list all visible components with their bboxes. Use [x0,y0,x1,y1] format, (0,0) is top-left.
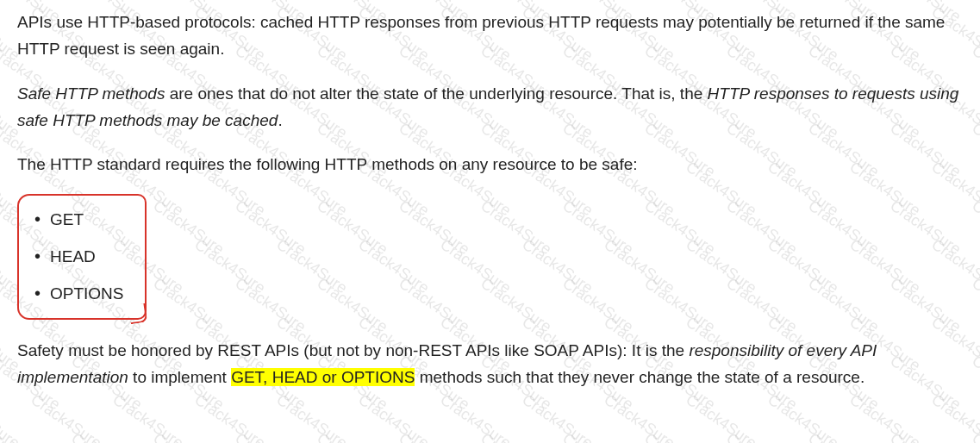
list-item-get: GET [26,201,131,238]
highlighted-methods: GET, HEAD or OPTIONS [231,368,415,386]
text-segment: methods such that they never change the … [415,368,865,386]
paragraph-safe-methods-def: Safe HTTP methods are ones that do not a… [17,80,963,134]
safe-methods-list: GET HEAD OPTIONS [17,196,140,318]
list-item-head: HEAD [26,238,131,275]
list-item-options: OPTIONS [26,275,131,312]
text-segment: to implement [128,368,231,386]
text-segment: . [278,111,282,129]
text-segment: are ones that do not alter the state of … [165,84,707,103]
text-segment: Safety must be honored by REST APIs (but… [17,341,689,359]
term-safe-http-methods: Safe HTTP methods [17,84,165,103]
paragraph-caching: APIs use HTTP-based protocols: cached HT… [17,9,963,63]
paragraph-safety-honored: Safety must be honored by REST APIs (but… [17,337,963,391]
document-content: APIs use HTTP-based protocols: cached HT… [17,9,963,390]
paragraph-standard-requires: The HTTP standard requires the following… [17,151,963,178]
